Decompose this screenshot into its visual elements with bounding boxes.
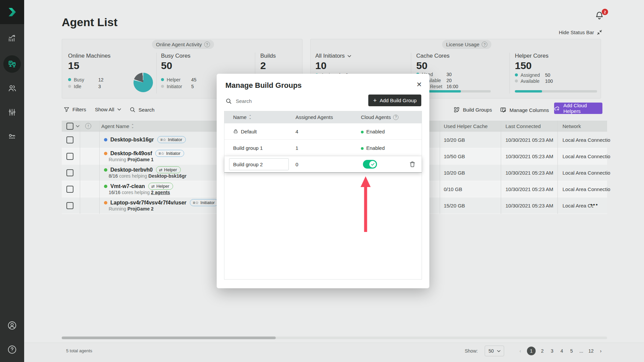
cache-cell: 10/50 GB bbox=[444, 154, 465, 159]
network-cell: Local Area Connection bbox=[562, 137, 610, 143]
search-icon bbox=[225, 98, 232, 104]
notifications-button[interactable]: 2 bbox=[594, 10, 608, 23]
column-used-helper-cache[interactable]: Used Helper Cache bbox=[444, 123, 488, 129]
agents-icon bbox=[8, 60, 16, 68]
manage-columns-button[interactable]: Manage Columns bbox=[500, 107, 549, 113]
column-last-connected[interactable]: Last Connected bbox=[505, 123, 541, 129]
idle-dot bbox=[68, 85, 71, 88]
sidebar-item-users[interactable] bbox=[0, 84, 24, 93]
license-usage-tab: License Usage ? bbox=[442, 40, 491, 49]
row-checkbox[interactable] bbox=[66, 202, 73, 209]
modal-search bbox=[225, 98, 317, 104]
enabled-dot bbox=[361, 147, 364, 150]
pagination-page-2[interactable]: 2 bbox=[539, 348, 545, 354]
agent-cell: Desktop-fk49osf ≡☆ Initiator bbox=[104, 150, 184, 157]
pagination-page-4[interactable]: 4 bbox=[559, 348, 565, 354]
chevron-down-icon[interactable] bbox=[76, 125, 79, 127]
row-checkbox[interactable] bbox=[66, 169, 73, 176]
filters-button[interactable]: Filters bbox=[64, 107, 86, 112]
hide-status-bar-button[interactable]: Hide Status Bar bbox=[559, 29, 602, 35]
all-initiators-value: 10 bbox=[315, 60, 326, 71]
group-name: Default bbox=[241, 129, 257, 134]
help-icon bbox=[7, 345, 17, 355]
pagination-page-1[interactable]: 1 bbox=[527, 347, 536, 355]
row-checkbox[interactable] bbox=[66, 136, 73, 143]
settings-sliders-icon bbox=[8, 108, 16, 117]
select-all-checkbox[interactable] bbox=[66, 123, 73, 130]
pagination-next[interactable]: › bbox=[598, 348, 604, 354]
cache-cores-value: 50 bbox=[416, 60, 427, 71]
show-all-dropdown[interactable]: Show All bbox=[95, 107, 121, 112]
busy-cores-value: 50 bbox=[161, 60, 172, 71]
column-agent-name[interactable]: Agent Name ⌃⌄ bbox=[101, 123, 134, 129]
check-icon bbox=[371, 163, 375, 166]
brand-logo[interactable] bbox=[0, 0, 24, 24]
help-circle-icon[interactable]: ? bbox=[482, 42, 487, 47]
pagination-prev[interactable]: ‹ bbox=[517, 348, 523, 354]
sidebar-item-license[interactable] bbox=[0, 132, 24, 141]
add-build-group-button[interactable]: + Add Build Group bbox=[368, 95, 421, 106]
pagination-page-3[interactable]: 3 bbox=[549, 348, 555, 354]
notification-badge: 2 bbox=[602, 9, 608, 15]
row-checkbox[interactable] bbox=[66, 186, 73, 193]
online-agent-activity-tab: Online Agent Activity ? bbox=[152, 40, 214, 49]
cache-cell: 10/20 GB bbox=[444, 137, 465, 143]
sidebar-item-agents[interactable] bbox=[0, 55, 24, 73]
lock-icon bbox=[233, 129, 238, 134]
active-item-highlight bbox=[3, 55, 21, 73]
helper-cores-value: 150 bbox=[515, 60, 532, 71]
sidebar-item-dashboard[interactable] bbox=[0, 34, 24, 42]
pagination-page-5[interactable]: 5 bbox=[569, 348, 575, 354]
initiator-dot bbox=[161, 85, 164, 88]
available-dot bbox=[515, 79, 518, 82]
column-network[interactable]: Network bbox=[562, 123, 581, 129]
help-circle-icon[interactable]: ? bbox=[393, 115, 398, 120]
network-cell: Local Area Connection bbox=[562, 203, 593, 208]
all-initiators-dropdown[interactable]: All Initiators bbox=[315, 53, 351, 59]
modal-close-button[interactable]: ✕ bbox=[416, 80, 422, 88]
status-dot bbox=[104, 152, 107, 155]
build-group-row[interactable]: Default 4 Enabled bbox=[224, 123, 422, 140]
toggle-knob bbox=[369, 161, 376, 168]
filter-funnel-icon bbox=[64, 107, 69, 112]
row-more-menu[interactable]: ••• bbox=[590, 201, 598, 208]
total-agents-label: 5 total agents bbox=[66, 348, 92, 353]
help-circle-icon[interactable]: ? bbox=[204, 42, 210, 47]
machines-pie-chart bbox=[133, 73, 153, 92]
row-checkbox[interactable] bbox=[66, 153, 73, 160]
panel-label: Online Agent Activity bbox=[156, 42, 202, 47]
status-dot bbox=[104, 138, 107, 141]
sidebar-item-profile[interactable] bbox=[0, 320, 24, 330]
busy-dot bbox=[68, 78, 71, 81]
initiator-badge: ≡☆ Initiator bbox=[190, 199, 218, 206]
page-size-select[interactable]: 50 bbox=[485, 346, 504, 356]
builds-label: Builds bbox=[260, 53, 276, 59]
modal-search-input[interactable] bbox=[235, 98, 317, 104]
online-machines-label: Online Machines bbox=[68, 53, 111, 59]
add-cloud-helpers-button[interactable]: Add Cloud Helpers bbox=[554, 103, 602, 114]
chevron-down-icon bbox=[497, 350, 500, 352]
sidebar-item-help[interactable] bbox=[0, 345, 24, 355]
delete-group-button[interactable] bbox=[409, 161, 416, 168]
sidebar-item-settings[interactable] bbox=[0, 108, 24, 117]
last-connected-cell: 10/30/2021 05:23 AM bbox=[505, 170, 553, 176]
column-divider bbox=[80, 121, 80, 214]
column-name[interactable]: Name ⌃⌄ bbox=[233, 114, 252, 120]
build-group-row-editing[interactable]: 0 bbox=[224, 156, 422, 173]
agent-cell: Desktop-bsk16gr ≡☆ Initiator bbox=[104, 136, 186, 143]
helper-badge-icon: ⇄ bbox=[151, 184, 155, 189]
column-assigned-agents: Assigned Agents bbox=[296, 114, 333, 120]
agent-subtext: Running ProjGame 1 bbox=[109, 157, 154, 162]
search-button[interactable]: Search bbox=[129, 107, 155, 113]
build-groups-button[interactable]: Build Groups bbox=[453, 107, 492, 113]
horizontal-scrollbar-thumb[interactable] bbox=[62, 337, 276, 339]
modal-title: Manage Build Groups bbox=[225, 81, 302, 90]
cloud-agents-toggle[interactable] bbox=[363, 160, 377, 169]
group-name-input[interactable] bbox=[229, 158, 289, 170]
helper-cores-label: Helper Cores bbox=[515, 53, 548, 59]
build-group-row[interactable]: Build group 1 1 Enabled bbox=[224, 140, 422, 156]
pagination-page-12[interactable]: 12 bbox=[588, 348, 594, 354]
column-cloud-agents: Cloud Agents ? bbox=[361, 114, 398, 120]
agents-link[interactable]: 2 agents bbox=[151, 190, 170, 195]
chevron-down-icon bbox=[347, 55, 351, 57]
